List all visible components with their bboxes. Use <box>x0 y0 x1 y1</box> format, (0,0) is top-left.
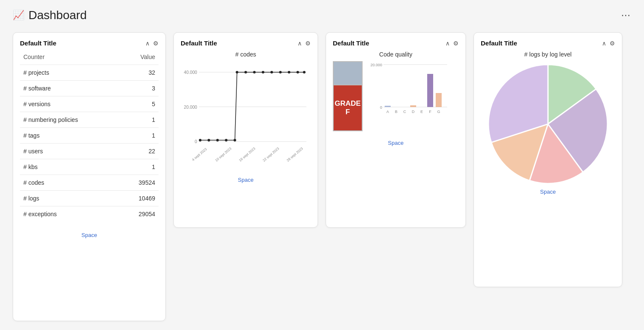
svg-text:0: 0 <box>195 139 197 144</box>
counter-card-title: Default Title <box>20 39 57 47</box>
line-chart-svg: 40.000 20.000 0 <box>181 61 311 172</box>
svg-point-6 <box>199 139 201 141</box>
counter-value-cell: 22 <box>120 144 159 159</box>
line-chart-chevron[interactable]: ∧ <box>298 40 302 47</box>
counter-card-header: Default Title ∧ ⚙ <box>20 39 159 47</box>
svg-text:20.000: 20.000 <box>184 105 197 110</box>
counter-value-cell: 5 <box>120 96 159 112</box>
page-header: 📈 Dashboard ⋯ <box>13 8 631 22</box>
line-chart-title: # codes <box>181 51 311 58</box>
bar-chart-card-header: Default Title ∧ ⚙ <box>333 39 459 47</box>
pie-chart-gear[interactable]: ⚙ <box>610 40 615 47</box>
svg-point-19 <box>303 71 306 73</box>
title-area: 📈 Dashboard <box>13 8 87 22</box>
svg-text:28 sept 2023: 28 sept 2023 <box>286 147 304 163</box>
counter-name-cell: # software <box>20 81 120 96</box>
line-chart-card: Default Title ∧ ⚙ # codes 40.000 20.000 … <box>173 32 318 228</box>
svg-point-11 <box>236 71 238 73</box>
pie-chart-footer[interactable]: Space <box>481 189 615 195</box>
counter-name-cell: # users <box>20 144 120 159</box>
page-title: Dashboard <box>28 8 87 22</box>
grade-top-block <box>333 61 363 85</box>
pie-chart-svg <box>488 65 607 183</box>
counter-card-actions: ∧ ⚙ <box>145 40 159 47</box>
counter-value-cell: 29054 <box>120 206 159 222</box>
svg-text:C: C <box>403 110 406 114</box>
line-chart-card-header: Default Title ∧ ⚙ <box>181 39 311 47</box>
bar-chart-svg: 20.000 0 A <box>369 61 449 131</box>
counter-card-footer[interactable]: Space <box>20 228 159 238</box>
svg-rect-34 <box>427 74 433 107</box>
svg-text:22 sept 2023: 22 sept 2023 <box>262 147 280 163</box>
table-row: # logs10469 <box>20 191 159 206</box>
pie-chart-card-actions: ∧ ⚙ <box>602 40 615 47</box>
counter-name-cell: # kbs <box>20 159 120 175</box>
line-chart-gear[interactable]: ⚙ <box>305 40 311 47</box>
counter-card-gear[interactable]: ⚙ <box>153 40 159 47</box>
svg-text:A: A <box>386 110 389 114</box>
pie-chart-chevron[interactable]: ∧ <box>602 40 606 47</box>
svg-text:D: D <box>412 110 415 114</box>
table-row: # kbs1 <box>20 159 159 175</box>
grade-column: GRADE F <box>333 61 363 131</box>
line-chart-card-title: Default Title <box>181 39 217 47</box>
counter-name-cell: # codes <box>20 175 120 191</box>
svg-point-17 <box>288 71 290 73</box>
table-row: # numbering policies1 <box>20 112 159 128</box>
counter-value-cell: 1 <box>120 112 159 128</box>
bar-chart-card-title: Default Title <box>333 39 369 47</box>
svg-point-10 <box>233 139 236 141</box>
more-options-button[interactable]: ⋯ <box>621 10 631 21</box>
svg-text:G: G <box>437 110 440 114</box>
svg-text:E: E <box>420 110 423 114</box>
svg-text:F: F <box>429 110 431 114</box>
svg-rect-35 <box>436 93 442 107</box>
cards-row: Default Title ∧ ⚙ Counter Value # projec… <box>13 32 631 321</box>
counter-value-cell: 39524 <box>120 175 159 191</box>
counter-value-cell: 10469 <box>120 191 159 206</box>
table-row: # versions5 <box>20 96 159 112</box>
counter-col-header: Counter <box>20 51 120 65</box>
grade-f-block: GRADE F <box>333 85 363 131</box>
line-chart-footer[interactable]: Space <box>181 177 311 183</box>
counter-card-chevron[interactable]: ∧ <box>145 40 150 47</box>
bar-chart-card: Default Title ∧ ⚙ Code quality GRADE F 2… <box>326 32 466 228</box>
table-row: # projects32 <box>20 65 159 81</box>
table-row: # codes39524 <box>20 175 159 191</box>
pie-chart-card-title: Default Title <box>481 39 517 47</box>
grade-label: GRADE <box>335 99 360 108</box>
bar-chart-footer[interactable]: Space <box>333 140 459 146</box>
counter-name-cell: # logs <box>20 191 120 206</box>
value-col-header: Value <box>120 51 159 65</box>
pie-chart-container <box>481 65 615 183</box>
bar-chart-chevron[interactable]: ∧ <box>445 40 450 47</box>
svg-point-8 <box>216 139 219 141</box>
svg-point-12 <box>244 71 247 73</box>
line-chart-area: 40.000 20.000 0 <box>181 61 311 172</box>
svg-text:20.000: 20.000 <box>370 63 382 67</box>
svg-rect-32 <box>410 105 416 107</box>
svg-point-13 <box>253 71 255 73</box>
svg-text:16 sept 2023: 16 sept 2023 <box>238 147 256 163</box>
svg-text:4 sept 2023: 4 sept 2023 <box>191 147 208 162</box>
table-row: # software3 <box>20 81 159 96</box>
counter-name-cell: # exceptions <box>20 206 120 222</box>
svg-point-15 <box>270 71 273 73</box>
bar-chart-card-actions: ∧ ⚙ <box>445 40 459 47</box>
counter-value-cell: 1 <box>120 159 159 175</box>
svg-text:40.000: 40.000 <box>184 70 197 75</box>
svg-text:0: 0 <box>380 105 382 110</box>
svg-point-18 <box>296 71 299 73</box>
bar-chart-area: GRADE F 20.000 0 <box>333 61 459 131</box>
bar-chart-gear[interactable]: ⚙ <box>453 40 459 47</box>
counter-name-cell: # numbering policies <box>20 112 120 128</box>
svg-point-16 <box>279 71 282 73</box>
table-row: # users22 <box>20 144 159 159</box>
svg-text:10 sept 2023: 10 sept 2023 <box>214 147 232 163</box>
counter-value-cell: 3 <box>120 81 159 96</box>
counter-name-cell: # tags <box>20 128 120 144</box>
counter-name-cell: # versions <box>20 96 120 112</box>
counter-value-cell: 1 <box>120 128 159 144</box>
table-row: # tags1 <box>20 128 159 144</box>
counter-name-cell: # projects <box>20 65 120 81</box>
